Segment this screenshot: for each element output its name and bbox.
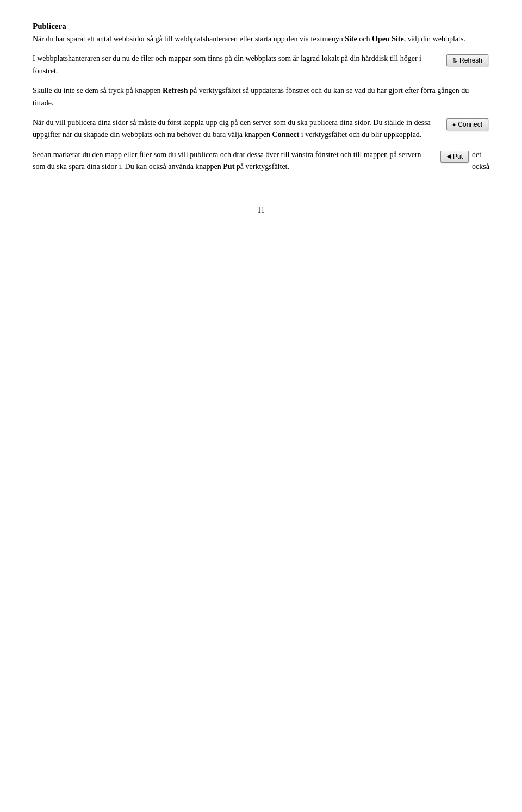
paragraph-1: När du har sparat ett antal webbsidor så… (33, 33, 489, 45)
paragraph-2-text: I webbplatshanteraren ser du nu de filer… (33, 54, 421, 74)
term-put: Put (223, 163, 234, 171)
paragraph-3-text: Skulle du inte se dem så tryck på knappe… (33, 86, 469, 107)
connect-button-label: Connect (458, 121, 482, 128)
connect-button[interactable]: ● Connect (446, 118, 488, 130)
put-button-area: ◀ Put (439, 149, 470, 163)
refresh-button-label: Refresh (459, 57, 482, 64)
paragraph-4: ● Connect När du vill publicera dina sid… (33, 117, 489, 141)
section-heading: Publicera (33, 22, 489, 31)
term-refresh: Refresh (163, 86, 188, 95)
term-connect: Connect (272, 130, 299, 139)
put-button[interactable]: ◀ Put (440, 151, 469, 163)
paragraph-2: ⇅ Refresh I webbplatshanteraren ser du n… (33, 53, 489, 77)
connect-icon: ● (452, 121, 456, 128)
paragraph-4-text: När du vill publicera dina sidor så måst… (33, 118, 431, 139)
page-content: Publicera När du har sparat ett antal we… (33, 22, 489, 215)
refresh-button[interactable]: ⇅ Refresh (446, 54, 488, 66)
paragraph-5: Sedan markerar du den mapp eller filer s… (33, 149, 489, 173)
refresh-icon: ⇅ (452, 57, 457, 64)
connect-button-area: ● Connect (445, 118, 489, 130)
refresh-button-area: ⇅ Refresh (445, 54, 489, 66)
paragraph-5-suffix: detockså (472, 149, 489, 173)
term-open-site: Open Site (372, 35, 404, 43)
page-number: 11 (33, 206, 489, 215)
term-site: Site (345, 35, 357, 43)
put-button-label: Put (453, 153, 463, 160)
paragraph-1-text: När du har sparat ett antal webbsidor så… (33, 35, 465, 43)
paragraph-5-text: Sedan markerar du den mapp eller filer s… (33, 149, 434, 173)
put-icon: ◀ (446, 153, 451, 160)
paragraph-3: Skulle du inte se dem så tryck på knappe… (33, 85, 489, 109)
